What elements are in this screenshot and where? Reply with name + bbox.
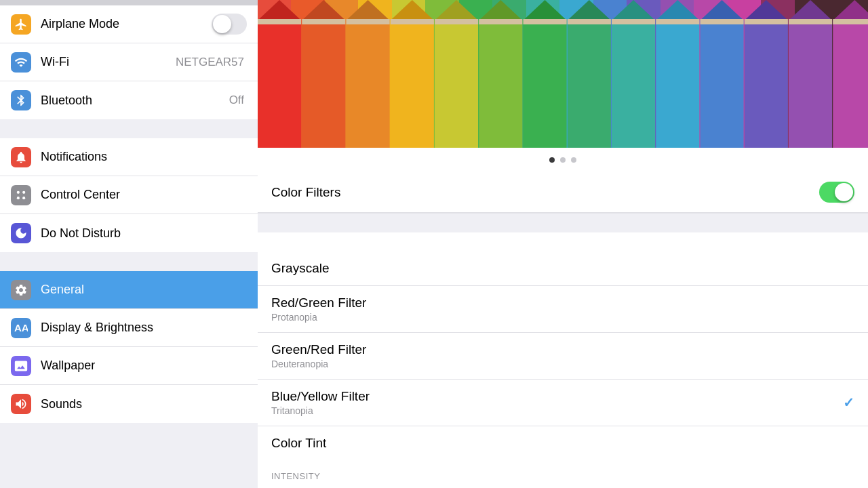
svg-rect-32	[656, 20, 699, 148]
svg-marker-18	[435, 0, 478, 20]
bluetooth-label: Bluetooth	[41, 94, 229, 108]
sidebar-item-sounds[interactable]: Sounds	[0, 385, 258, 423]
svg-rect-16	[391, 19, 434, 24]
filter-options-group: Grayscale Red/Green Filter Protanopia Gr…	[258, 251, 868, 460]
filter-row-color-tint[interactable]: Color Tint	[258, 426, 868, 460]
dot-1	[549, 157, 555, 163]
svg-point-0	[17, 190, 20, 193]
toggle-knob	[213, 15, 231, 33]
wifi-label: Wi-Fi	[41, 55, 176, 69]
intensity-label: INTENSITY	[258, 460, 868, 487]
bluetooth-icon	[11, 90, 31, 110]
svg-rect-35	[701, 20, 744, 148]
general-label: General	[41, 283, 247, 297]
svg-point-2	[17, 197, 20, 199]
svg-marker-9	[302, 0, 345, 20]
divider-2	[0, 252, 258, 271]
svg-rect-34	[656, 19, 699, 24]
svg-marker-39	[745, 0, 788, 20]
pencil-banner	[258, 0, 868, 148]
svg-marker-30	[612, 0, 655, 20]
general-icon	[11, 280, 31, 300]
svg-marker-15	[391, 0, 434, 20]
svg-marker-27	[568, 0, 611, 20]
svg-rect-46	[833, 19, 868, 24]
svg-rect-43	[789, 19, 832, 24]
sidebar-item-airplane-mode[interactable]: Airplane Mode	[0, 5, 258, 43]
filter-row-red-green[interactable]: Red/Green Filter Protanopia	[258, 286, 868, 333]
divider-1	[0, 119, 258, 138]
svg-marker-33	[656, 0, 699, 20]
filter-row-blue-yellow[interactable]: Blue/Yellow Filter Tritanopia ✓	[258, 380, 868, 426]
sidebar-item-do-not-disturb[interactable]: Do Not Disturb	[0, 214, 258, 252]
dot-3	[571, 157, 576, 163]
svg-marker-12	[347, 0, 390, 20]
blue-yellow-sublabel: Tritanopia	[271, 405, 843, 416]
settings-sidebar: Airplane Mode Wi-Fi NETGEAR57 Bluetooth …	[0, 0, 258, 488]
green-red-label: Green/Red Filter	[271, 342, 854, 357]
notifications-icon	[11, 147, 31, 167]
sidebar-item-bluetooth[interactable]: Bluetooth Off	[0, 81, 258, 119]
wallpaper-label: Wallpaper	[41, 359, 247, 373]
svg-marker-42	[789, 0, 832, 20]
svg-rect-26	[568, 20, 611, 148]
color-filters-label: Color Filters	[271, 185, 819, 200]
svg-rect-23	[524, 20, 567, 148]
wifi-icon	[11, 52, 31, 73]
color-filters-toggle-row: Color Filters	[258, 172, 868, 213]
svg-rect-13	[347, 19, 390, 24]
content-panel: Color Filters Grayscale Red/Green Filter…	[258, 0, 868, 488]
sidebar-item-control-center[interactable]: Control Center	[0, 176, 258, 214]
grayscale-label: Grayscale	[271, 261, 854, 276]
svg-rect-14	[391, 20, 434, 148]
display-brightness-label: Display & Brightness	[41, 321, 247, 335]
svg-rect-25	[524, 19, 567, 24]
sidebar-item-notifications[interactable]: Notifications	[0, 138, 258, 176]
green-red-wrap: Green/Red Filter Deuteranopia	[271, 342, 854, 369]
svg-rect-28	[568, 19, 611, 24]
connectivity-group: Airplane Mode Wi-Fi NETGEAR57 Bluetooth …	[0, 5, 258, 119]
svg-rect-41	[789, 20, 832, 148]
filter-list: Color Filters Grayscale Red/Green Filter…	[258, 172, 868, 488]
sidebar-item-wallpaper[interactable]: Wallpaper	[0, 347, 258, 385]
do-not-disturb-icon	[11, 223, 31, 243]
svg-rect-8	[302, 20, 345, 148]
svg-rect-19	[435, 19, 478, 24]
svg-rect-10	[302, 19, 345, 24]
airplane-mode-icon	[11, 14, 31, 35]
sidebar-item-general[interactable]: General	[0, 271, 258, 309]
filter-row-green-red[interactable]: Green/Red Filter Deuteranopia	[258, 333, 868, 380]
page-dots	[258, 148, 868, 172]
wifi-value: NETGEAR57	[176, 56, 244, 69]
svg-rect-17	[435, 20, 478, 148]
svg-rect-31	[612, 19, 655, 24]
blue-yellow-wrap: Blue/Yellow Filter Tritanopia	[271, 389, 843, 416]
airplane-mode-label: Airplane Mode	[41, 17, 212, 31]
color-filters-section: Color Filters	[258, 172, 868, 214]
svg-rect-40	[745, 19, 788, 24]
control-center-label: Control Center	[41, 188, 247, 202]
color-filters-toggle-knob	[835, 183, 853, 201]
red-green-sublabel: Protanopia	[271, 312, 854, 323]
color-tint-label: Color Tint	[271, 436, 854, 451]
svg-marker-6	[258, 0, 301, 20]
sidebar-item-wifi[interactable]: Wi-Fi NETGEAR57	[0, 43, 258, 81]
svg-rect-11	[347, 20, 390, 148]
general-group: General AA Display & Brightness Wallpape…	[0, 271, 258, 423]
airplane-mode-toggle[interactable]	[212, 14, 247, 35]
svg-marker-24	[524, 0, 567, 20]
svg-rect-37	[701, 19, 744, 24]
sidebar-item-display-brightness[interactable]: AA Display & Brightness	[0, 309, 258, 347]
top-bar	[0, 0, 258, 5]
svg-marker-45	[833, 0, 868, 20]
svg-rect-44	[833, 20, 868, 148]
notifications-label: Notifications	[41, 150, 247, 164]
control-center-icon	[11, 185, 31, 205]
color-filters-toggle[interactable]	[819, 182, 854, 203]
sounds-icon	[11, 394, 31, 414]
svg-rect-29	[612, 20, 655, 148]
svg-rect-22	[479, 19, 522, 24]
blue-yellow-checkmark: ✓	[843, 394, 854, 411]
filter-row-grayscale[interactable]: Grayscale	[258, 251, 868, 286]
blue-yellow-label: Blue/Yellow Filter	[271, 389, 843, 404]
